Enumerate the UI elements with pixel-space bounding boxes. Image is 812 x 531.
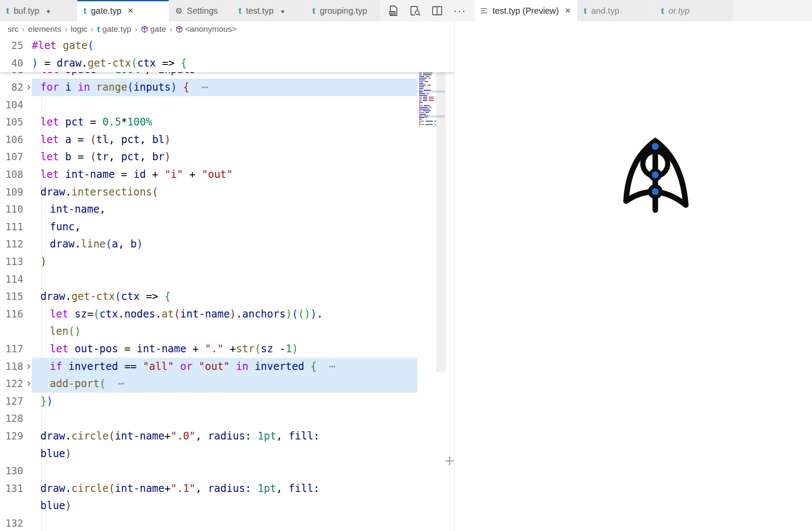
code-token: br <box>152 151 164 163</box>
code-token: let <box>40 168 59 180</box>
code-line-117: 117let out-pos = int-name + "." +str(sz … <box>0 340 454 358</box>
code-token: fill <box>289 482 313 494</box>
folded-code-ellipsis[interactable]: ⋯ <box>106 378 124 390</box>
code-token: = <box>71 151 90 163</box>
line-number: 104 <box>0 96 23 114</box>
sticky-scroll[interactable]: 25#let gate(40) = draw.get-ctx(ctx => { <box>0 37 454 72</box>
code-token: => <box>156 57 181 69</box>
sash-resize-handle[interactable] <box>445 457 454 465</box>
code-token: ( <box>255 343 261 355</box>
fold-chevron-icon[interactable]: › <box>25 78 32 96</box>
code-editor[interactable]: 81let space = 100% / inputs82›for i in r… <box>0 37 454 531</box>
code-text: ) = draw.get-ctx(ctx => { <box>32 55 187 72</box>
code-token: . <box>236 308 242 320</box>
code-token <box>230 360 236 372</box>
close-tab-button[interactable]: × <box>563 6 572 15</box>
code-token <box>174 360 180 372</box>
line-number: 122 <box>0 375 23 393</box>
vscode-window: tbuf.typ●tgate.typ×⚙Settingsttest.typ●tg… <box>0 0 812 531</box>
breadcrumb-item-src[interactable]: src <box>8 24 18 34</box>
pdf-export-button[interactable]: PDF <box>388 5 398 16</box>
tab-or-typ[interactable]: tor.typ <box>655 0 733 21</box>
code-token: ctx <box>137 57 156 69</box>
breadcrumb-item-logic[interactable]: logic <box>70 24 87 34</box>
typst-preview-button[interactable] <box>410 6 421 16</box>
code-token: let <box>40 116 59 128</box>
preview-lines-icon <box>481 7 488 14</box>
breadcrumb-item-gate[interactable]: gate <box>141 24 166 34</box>
folded-code-ellipsis[interactable]: ⋯ <box>316 360 335 372</box>
code-token: ) <box>170 81 176 93</box>
breadcrumb-separator: › <box>91 25 94 34</box>
close-tab-button[interactable]: × <box>126 6 135 15</box>
minimap-bar <box>426 124 433 125</box>
folded-code-ellipsis[interactable]: ⋯ <box>189 81 208 93</box>
modified-dot: ● <box>278 7 287 15</box>
code-token: let <box>50 343 68 355</box>
tab-settings[interactable]: ⚙Settings <box>169 0 232 21</box>
minimap-bar <box>419 88 423 89</box>
minimap-bar <box>429 107 432 108</box>
tab-label: test.typ (Preview) <box>493 6 559 16</box>
breadcrumb-label: <anonymous> <box>185 24 237 34</box>
code-token: ( <box>298 308 304 320</box>
editor-scrollbar[interactable] <box>436 37 446 372</box>
code-token: : <box>313 482 319 494</box>
minimap-bar <box>419 116 423 116</box>
code-token: "out" <box>202 168 233 180</box>
code-token: , <box>195 482 208 494</box>
code-line-127: 127}) <box>0 393 454 410</box>
code-token: tl <box>96 134 109 146</box>
tab-group-2: test.typ (Preview)×tand.typtor.typ <box>474 0 733 21</box>
breadcrumb-item-elements[interactable]: elements <box>28 24 61 34</box>
gear-icon: ⚙ <box>175 6 182 16</box>
code-text: for i in range(inputs) { ⋯ <box>40 79 208 96</box>
code-token <box>62 360 68 372</box>
code-token: = <box>38 57 56 69</box>
code-token: . <box>155 308 161 320</box>
code-token: : <box>313 430 319 442</box>
code-token: a <box>65 134 71 146</box>
minimap-bar <box>423 97 427 98</box>
pdf-export-icon: PDF <box>388 5 398 16</box>
code-token: line <box>81 238 106 250</box>
fold-chevron-icon[interactable]: › <box>25 375 32 392</box>
breadcrumb-item-gate-typ[interactable]: tgate.typ <box>97 24 131 34</box>
tab-grouping-typ[interactable]: tgrouping.typ <box>306 0 380 21</box>
minimap-bar <box>423 100 427 101</box>
code-token: ( <box>127 81 133 93</box>
code-token: . <box>65 430 71 442</box>
code-text: #let gate( <box>32 37 94 55</box>
code-token: int-name <box>115 482 164 494</box>
code-token: = <box>71 134 90 146</box>
code-token: int-name <box>65 168 115 180</box>
line-number: 82 <box>0 79 23 96</box>
tab-test-typ-preview-[interactable]: test.typ (Preview)× <box>474 0 578 21</box>
code-line-104: 104 <box>0 96 454 114</box>
minimap-bar <box>419 86 424 87</box>
fold-chevron-icon[interactable]: › <box>25 357 32 375</box>
breadcrumb-item--anonymous-[interactable]: <anonymous> <box>176 24 237 34</box>
code-token: ) <box>292 343 298 355</box>
code-token: ( <box>109 482 115 494</box>
tab-gate-typ[interactable]: tgate.typ× <box>77 0 169 21</box>
code-token: ) <box>75 325 81 337</box>
code-token: #let <box>32 40 57 52</box>
code-token: : <box>245 430 258 442</box>
code-token: circle <box>71 482 109 494</box>
tab-buf-typ[interactable]: tbuf.typ● <box>0 0 77 21</box>
tab-and-typ[interactable]: tand.typ <box>578 0 655 21</box>
split-editor-button[interactable] <box>432 6 442 15</box>
breadcrumb-separator: › <box>170 25 172 34</box>
minimap-bar <box>423 98 427 99</box>
code-text: draw.intersections( <box>40 183 158 201</box>
code-text: add-port( ⋯ <box>50 375 124 393</box>
minimap-bar <box>419 95 427 96</box>
code-token: id <box>134 168 146 180</box>
minimap-bar <box>419 114 426 115</box>
breadcrumb-label: gate.typ <box>102 24 131 34</box>
line-number: 106 <box>0 131 23 149</box>
more-actions-button[interactable]: ··· <box>453 5 466 17</box>
tab-label: test.typ <box>246 6 274 16</box>
tab-test-typ[interactable]: ttest.typ● <box>232 0 306 21</box>
